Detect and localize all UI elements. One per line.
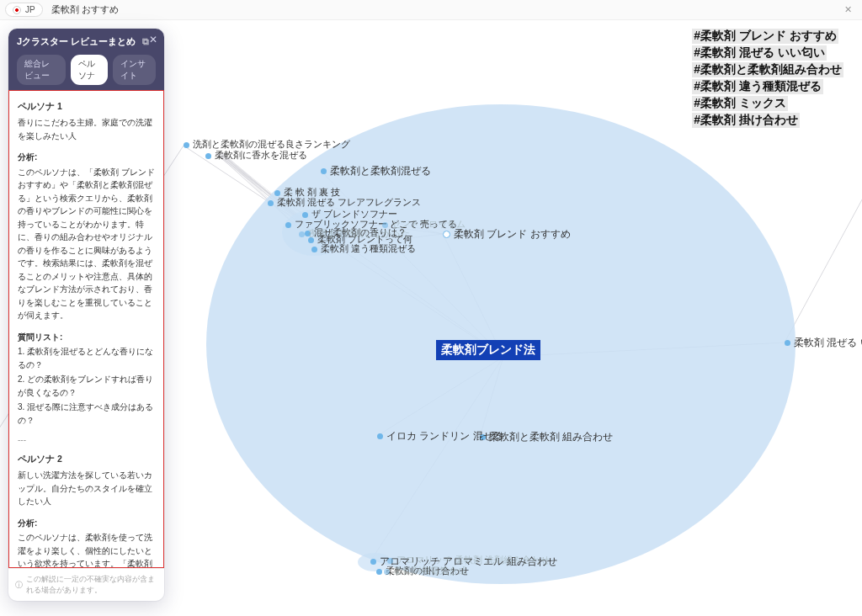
tab-0[interactable]: 総合レビュー (17, 55, 66, 85)
language-code: JP (25, 5, 35, 14)
clear-search-icon[interactable]: ✕ (839, 4, 857, 15)
panel-title: Jクラスター レビューまとめ (17, 35, 136, 48)
node-label-text: 柔軟剤と柔軟剤混ぜる (330, 164, 431, 178)
analysis-label: 分析: (18, 151, 155, 164)
analysis-label: 分析: (18, 517, 155, 530)
info-icon: ⓘ (15, 580, 23, 591)
node-label-text: 柔軟剤 混ぜる いい匂い (794, 336, 862, 350)
question-list-label: 質問リスト: (18, 331, 155, 344)
graph-node[interactable]: 柔軟剤に香水を混ぜる (205, 150, 307, 162)
graph-node[interactable]: イロカ ランドリン 混ぜる (377, 429, 503, 443)
node-dot-icon (274, 190, 280, 196)
node-label-text: アロマリッチ 柔軟剤 洗剤組み合わせ (396, 555, 550, 566)
node-label-text: 柔軟剤 違う種類混ぜる (321, 243, 416, 255)
node-dot-icon (302, 212, 308, 218)
hashtag-item: #柔軟剤 違う種類混ぜる (692, 79, 823, 94)
question-list: 1. 柔軟剤を混ぜるとどんな香りになるの？2. どの柔軟剤をブレンドすれば香りが… (18, 345, 155, 427)
node-dot-icon (321, 168, 327, 174)
node-label-text: イロカ ランドリン 混ぜる (386, 429, 503, 443)
panel-header: Jクラスター レビューまとめ ⧉ ✕ 総合レビューペルソナインサイト (8, 29, 164, 90)
tab-1[interactable]: ペルソナ (71, 55, 108, 85)
node-label-text: 柔軟剤 ブレンド おすすめ (454, 227, 571, 242)
hashtag-item: #柔軟剤 掛け合わせ (692, 113, 800, 128)
review-panel: Jクラスター レビューまとめ ⧉ ✕ 総合レビューペルソナインサイト ペルソナ … (8, 29, 164, 601)
hashtag-list: #柔軟剤 ブレンド おすすめ#柔軟剤 混ぜる いい匂い#柔軟剤と柔軟剤組み合わせ… (692, 29, 843, 130)
question-item: 2. どの柔軟剤をブレンドすれば香りが良くなるの？ (18, 373, 155, 399)
node-dot-icon (268, 200, 274, 206)
hashtag-item: #柔軟剤 ミックス (692, 96, 788, 111)
graph-node[interactable]: 柔軟剤何電気合成 (384, 566, 467, 577)
graph-node[interactable]: 洗剤と柔軟剤の混ぜる良さランキング (184, 139, 350, 151)
persona-heading: ペルソナ 2 (18, 452, 155, 465)
graph-node[interactable]: 柔軟剤 混ぜる フレアフレグランス (268, 197, 421, 209)
language-selector[interactable]: JP (5, 3, 43, 17)
graph-node[interactable]: 柔軟剤 混ぜる いい匂い (785, 336, 862, 350)
node-label-text: 柔軟剤何電気合成 (393, 566, 467, 577)
persona-desc: 新しい洗濯方法を探している若いカップル。自分たちのスタイルを確立したい人 (18, 469, 155, 508)
node-label-text: 柔軟剤に香水を混ぜる (215, 150, 307, 162)
question-item: 3. 混ぜる際に注意すべき成分はあるの？ (18, 401, 155, 427)
node-dot-icon (311, 247, 317, 252)
node-dot-icon (205, 153, 211, 159)
node-dot-icon (377, 433, 383, 439)
copy-icon[interactable]: ⧉ (142, 36, 149, 47)
close-panel-icon[interactable]: ✕ (149, 34, 157, 45)
node-dot-icon (384, 569, 390, 575)
footer-note: この解説に一定の不確実な内容が含まれる場合があります。 (26, 574, 157, 596)
panel-tabs: 総合レビューペルソナインサイト (17, 55, 156, 85)
persona-desc: 香りにこだわる主婦。家庭での洗濯を楽しみたい人 (18, 116, 155, 142)
panel-body[interactable]: ペルソナ 1香りにこだわる主婦。家庭での洗濯を楽しみたい人分析:このペルソナは、… (8, 90, 164, 568)
node-label-text: 柔軟剤と柔軟剤 組み合わせ (489, 430, 613, 444)
node-dot-icon (285, 222, 291, 228)
node-label-text: 洗剤と柔軟剤の混ぜる良さランキング (193, 139, 350, 151)
flag-jp-icon (13, 6, 21, 14)
persona-analysis: このペルソナは、柔軟剤を使って洗濯をより楽しく、個性的にしたいという欲求を持って… (18, 531, 155, 568)
hashtag-item: #柔軟剤 混ぜる いい匂い (692, 45, 827, 61)
node-dot-icon (376, 569, 382, 575)
top-bar: JP ✕ (0, 0, 862, 20)
node-dot-icon (184, 142, 189, 148)
node-label-text: 柔軟剤 混ぜる フレアフレグランス (277, 197, 421, 209)
graph-node[interactable]: 柔軟剤 違う種類混ぜる (311, 243, 416, 255)
graph-node[interactable]: 夜間まで持続しなかった (299, 228, 410, 240)
cluster-center-label[interactable]: 柔軟剤ブレンド法 (436, 340, 540, 360)
tab-2[interactable]: インサイト (113, 55, 156, 85)
question-item: 1. 柔軟剤を混ぜるとどんな香りになるの？ (18, 345, 155, 371)
node-label-text: 夜間まで持続しなかった (308, 228, 410, 240)
node-dot-icon (370, 559, 376, 565)
node-dot-icon (443, 231, 450, 238)
panel-footer: ⓘ この解説に一定の不確実な内容が含まれる場合があります。 (8, 568, 164, 601)
persona-analysis: このペルソナは、「柔軟剤 ブレンド おすすめ」や「柔軟剤と柔軟剤混ぜる」という検… (18, 166, 155, 322)
hashtag-item: #柔軟剤 ブレンド おすすめ (692, 29, 838, 44)
node-dot-icon (299, 231, 305, 237)
graph-node[interactable]: 柔軟剤と柔軟剤混ぜる (321, 164, 431, 178)
graph-node[interactable]: アロマリッチ 柔軟剤 洗剤組み合わせ (387, 555, 550, 566)
hashtag-item: #柔軟剤と柔軟剤組み合わせ (692, 62, 843, 77)
search-input[interactable] (50, 4, 833, 16)
node-dot-icon (785, 340, 790, 346)
svg-line-11 (785, 113, 862, 343)
persona-heading: ペルソナ 1 (18, 99, 155, 113)
separator: --- (18, 433, 155, 447)
node-dot-icon (387, 558, 393, 564)
